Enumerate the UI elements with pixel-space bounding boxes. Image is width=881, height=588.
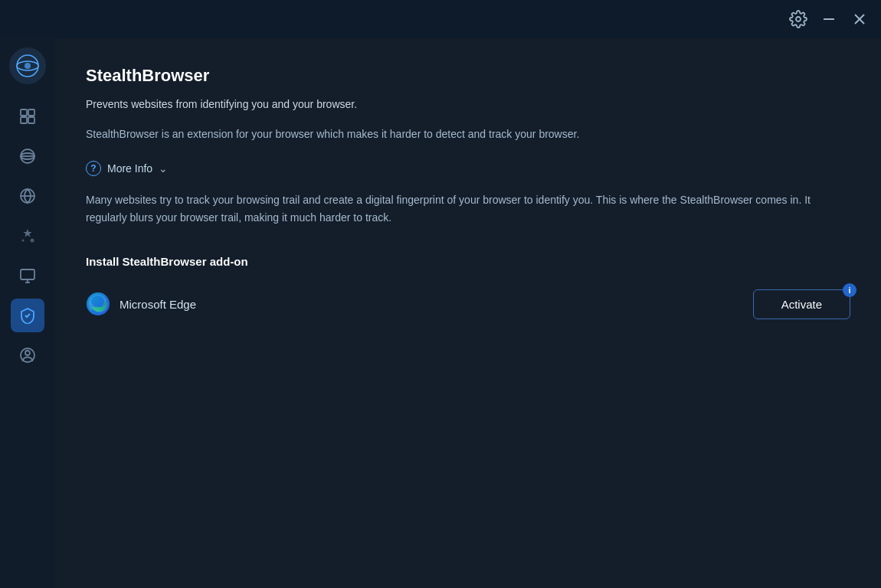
sidebar-item-web[interactable] [11,179,44,213]
svg-point-16 [31,239,34,243]
title-bar [0,0,881,38]
app-logo [9,47,46,84]
chevron-down-icon: ⌄ [159,162,168,175]
sidebar-item-stealth[interactable] [11,299,44,332]
sidebar-item-account[interactable] [11,338,44,372]
svg-point-17 [22,240,25,242]
sidebar-item-privacy[interactable] [11,139,44,173]
svg-rect-18 [21,270,34,279]
more-info-toggle[interactable]: ? More Info ⌄ [86,161,850,176]
svg-rect-10 [28,117,34,123]
sidebar-item-monitor[interactable] [11,259,44,292]
browser-row: Microsoft Edge Activate i [86,289,850,319]
svg-point-6 [25,63,31,69]
page-subtitle: Prevents websites from identifying you a… [86,98,850,110]
svg-point-0 [796,17,801,21]
minimize-button[interactable] [820,10,838,28]
page-description: StealthBrowser is an extension for your … [86,126,850,142]
svg-rect-9 [21,117,27,123]
content-area: StealthBrowser Prevents websites from id… [55,38,881,588]
sidebar-item-dashboard[interactable] [11,100,44,133]
svg-rect-8 [28,109,34,116]
edge-browser-icon [86,292,110,316]
sidebar-item-ai[interactable] [11,219,44,253]
svg-point-22 [25,351,30,355]
more-info-label: More Info [107,162,152,175]
browser-info: Microsoft Edge [86,292,196,316]
browser-name: Microsoft Edge [120,298,196,311]
main-layout: StealthBrowser Prevents websites from id… [0,38,881,588]
sidebar [0,38,55,588]
info-icon: ? [86,161,101,176]
install-section-title: Install StealthBrowser add-on [86,255,850,268]
page-title: StealthBrowser [86,66,850,86]
close-button[interactable] [850,10,869,28]
svg-rect-7 [21,109,27,116]
activate-wrapper: Activate i [753,289,850,319]
settings-button[interactable] [789,10,807,28]
activate-button[interactable]: Activate [753,289,850,319]
more-info-text: Many websites try to track your browsing… [86,191,850,227]
activate-info-badge: i [843,283,856,297]
